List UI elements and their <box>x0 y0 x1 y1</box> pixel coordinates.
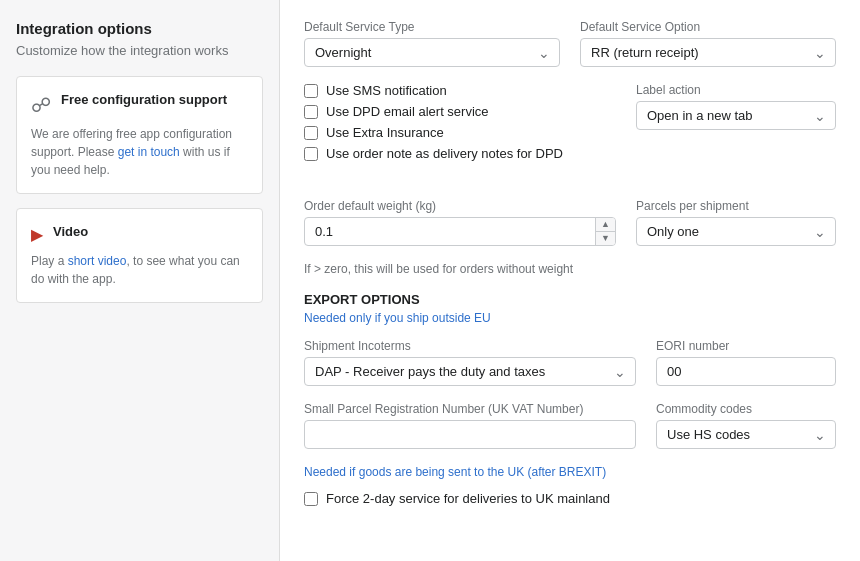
label-action-wrapper: Open in a new tab Download Print <box>636 101 836 130</box>
incoterms-eori-row: Shipment Incoterms DAP - Receiver pays t… <box>304 339 836 386</box>
default-service-type-group: Default Service Type Overnight Next Day … <box>304 20 560 67</box>
incoterms-select[interactable]: DAP - Receiver pays the duty and taxes D… <box>304 357 636 386</box>
video-body-before: Play a <box>31 254 68 268</box>
stepper-down-button[interactable]: ▼ <box>595 232 615 245</box>
video-card: ▶ Video Play a short video, to see what … <box>16 208 263 303</box>
label-action-label: Label action <box>636 83 836 97</box>
checkboxes-label-row: Use SMS notification Use DPD email alert… <box>304 83 836 183</box>
sidebar-title: Integration options <box>16 20 263 37</box>
order-weight-input-wrapper: ▲ ▼ <box>304 217 616 246</box>
checkbox-email-alert[interactable] <box>304 105 318 119</box>
default-service-option-select[interactable]: RR (return receipt) None AM PM <box>580 38 836 67</box>
commodity-select[interactable]: Use HS codes None <box>656 420 836 449</box>
config-card-title: Free configuration support <box>61 91 227 109</box>
sidebar-subtitle: Customize how the integration works <box>16 43 263 58</box>
parcels-group: Parcels per shipment Only one Two Three … <box>636 199 836 246</box>
parcels-wrapper: Only one Two Three Four <box>636 217 836 246</box>
commodity-label: Commodity codes <box>656 402 836 416</box>
order-weight-label: Order default weight (kg) <box>304 199 616 213</box>
label-action-section: Label action Open in a new tab Download … <box>636 83 836 183</box>
checkboxes-section: Use SMS notification Use DPD email alert… <box>304 83 616 167</box>
default-service-option-label: Default Service Option <box>580 20 836 34</box>
checkbox-force-2day[interactable] <box>304 492 318 506</box>
incoterms-label: Shipment Incoterms <box>304 339 636 353</box>
checkbox-insurance-row: Use Extra Insurance <box>304 125 616 140</box>
main-content: Default Service Type Overnight Next Day … <box>280 0 860 561</box>
order-weight-input[interactable] <box>304 217 616 246</box>
checkbox-force-2day-label: Force 2-day service for deliveries to UK… <box>326 491 610 506</box>
default-service-type-wrapper: Overnight Next Day Two Day Express <box>304 38 560 67</box>
config-icon: ☍ <box>31 93 51 117</box>
service-type-row: Default Service Type Overnight Next Day … <box>304 20 836 67</box>
checkbox-sms[interactable] <box>304 84 318 98</box>
checkbox-sms-row: Use SMS notification <box>304 83 616 98</box>
checkbox-order-note-label: Use order note as delivery notes for DPD <box>326 146 563 161</box>
small-parcel-row: Small Parcel Registration Number (UK VAT… <box>304 402 836 449</box>
commodity-wrapper: Use HS codes None <box>656 420 836 449</box>
video-card-title: Video <box>53 223 88 241</box>
checkbox-insurance[interactable] <box>304 126 318 140</box>
weight-parcels-row: Order default weight (kg) ▲ ▼ Parcels pe… <box>304 199 836 246</box>
eori-group: EORI number <box>656 339 836 386</box>
parcels-label: Parcels per shipment <box>636 199 836 213</box>
checkbox-insurance-label: Use Extra Insurance <box>326 125 444 140</box>
small-parcel-group: Small Parcel Registration Number (UK VAT… <box>304 402 636 449</box>
stepper-buttons: ▲ ▼ <box>595 218 615 245</box>
small-parcel-input[interactable] <box>304 420 636 449</box>
brexit-hint: Needed if goods are being sent to the UK… <box>304 465 836 479</box>
config-support-card: ☍ Free configuration support We are offe… <box>16 76 263 194</box>
force-2day-row: Force 2-day service for deliveries to UK… <box>304 491 836 506</box>
config-get-in-touch-link[interactable]: get in touch <box>118 145 180 159</box>
commodity-group: Commodity codes Use HS codes None <box>656 402 836 449</box>
sidebar: Integration options Customize how the in… <box>0 0 280 561</box>
play-icon: ▶ <box>31 225 43 244</box>
video-card-body: Play a short video, to see what you can … <box>31 252 248 288</box>
export-section-title: EXPORT OPTIONS <box>304 292 836 307</box>
default-service-type-select[interactable]: Overnight Next Day Two Day Express <box>304 38 560 67</box>
order-weight-group: Order default weight (kg) ▲ ▼ <box>304 199 616 246</box>
parcels-select[interactable]: Only one Two Three Four <box>636 217 836 246</box>
checkbox-order-note-row: Use order note as delivery notes for DPD <box>304 146 616 161</box>
checkbox-email-label: Use DPD email alert service <box>326 104 489 119</box>
checkbox-email-row: Use DPD email alert service <box>304 104 616 119</box>
checkbox-order-note[interactable] <box>304 147 318 161</box>
small-parcel-label: Small Parcel Registration Number (UK VAT… <box>304 402 636 416</box>
config-card-body: We are offering free app configuration s… <box>31 125 248 179</box>
export-section-subtitle: Needed only if you ship outside EU <box>304 311 836 325</box>
default-service-type-label: Default Service Type <box>304 20 560 34</box>
video-short-link[interactable]: short video <box>68 254 127 268</box>
checkbox-sms-label: Use SMS notification <box>326 83 447 98</box>
incoterms-group: Shipment Incoterms DAP - Receiver pays t… <box>304 339 636 386</box>
label-action-select[interactable]: Open in a new tab Download Print <box>636 101 836 130</box>
default-service-option-wrapper: RR (return receipt) None AM PM <box>580 38 836 67</box>
eori-label: EORI number <box>656 339 836 353</box>
eori-input[interactable] <box>656 357 836 386</box>
default-service-option-group: Default Service Option RR (return receip… <box>580 20 836 67</box>
stepper-up-button[interactable]: ▲ <box>595 218 615 232</box>
incoterms-wrapper: DAP - Receiver pays the duty and taxes D… <box>304 357 636 386</box>
weight-hint: If > zero, this will be used for orders … <box>304 262 836 276</box>
